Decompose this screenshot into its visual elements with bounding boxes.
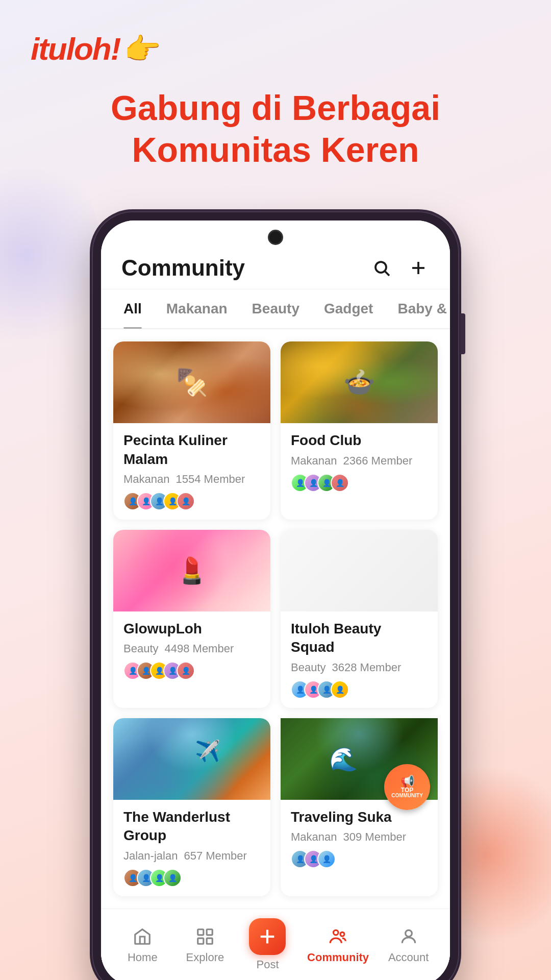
community-card-4[interactable]: Ituloh Beauty Squad Beauty 3628 Member 👤… [281, 530, 438, 708]
plus-icon [409, 259, 428, 277]
app-content: Community [101, 245, 450, 980]
top-community-badge: 📢 TOP COMMUNITY [384, 764, 430, 810]
avatar: 👤 [317, 850, 336, 868]
card-meta-6: Makanan 309 Member [291, 830, 428, 844]
member-count-1: 1554 Member [176, 473, 245, 486]
tab-baby[interactable]: Baby & Pare [385, 289, 450, 328]
avatar-group-3: 👤 👤 👤 👤 👤 [123, 662, 260, 680]
svg-point-10 [333, 930, 338, 935]
community-name-6: Traveling Suka [291, 808, 428, 826]
avatar-group-1: 👤 👤 👤 👤 👤 [123, 492, 260, 510]
card-body-1: Pecinta Kuliner Malam Makanan 1554 Membe… [113, 423, 270, 520]
card-image-food2 [281, 341, 438, 423]
avatar: 👤 [331, 680, 349, 699]
card-body-3: GlowupLoh Beauty 4498 Member 👤 👤 👤 👤 👤 [113, 611, 270, 689]
bottom-navigation: Home Explore [101, 909, 450, 980]
nav-community[interactable]: Community [307, 925, 369, 964]
explore-label: Explore [186, 951, 224, 964]
card-image-beauty1 [113, 530, 270, 611]
nav-explore[interactable]: Explore [182, 925, 228, 964]
community-card-3[interactable]: GlowupLoh Beauty 4498 Member 👤 👤 👤 👤 👤 [113, 530, 270, 708]
phone-notch [101, 220, 450, 245]
community-card-5[interactable]: The Wanderlust Group Jalan-jalan 657 Mem… [113, 718, 270, 896]
community-card-6[interactable]: 📢 TOP COMMUNITY Traveling Suka Makanan 3… [281, 718, 438, 896]
category-label-1: Makanan [123, 473, 170, 486]
community-card-2[interactable]: Food Club Makanan 2366 Member 👤 👤 👤 👤 [281, 341, 438, 520]
category-label-3: Beauty [123, 642, 159, 655]
card-meta-3: Beauty 4498 Member [123, 642, 260, 655]
tab-beauty[interactable]: Beauty [240, 289, 312, 328]
community-name-4: Ituloh Beauty Squad [291, 620, 428, 657]
avatar: 👤 [163, 869, 182, 887]
avatar-group-2: 👤 👤 👤 👤 [291, 474, 428, 492]
account-icon [397, 925, 420, 948]
account-label: Account [388, 951, 429, 964]
community-name-3: GlowupLoh [123, 620, 260, 638]
card-body-2: Food Club Makanan 2366 Member 👤 👤 👤 👤 [281, 423, 438, 501]
community-card-1[interactable]: Pecinta Kuliner Malam Makanan 1554 Membe… [113, 341, 270, 520]
svg-point-11 [340, 932, 344, 936]
post-label: Post [256, 958, 279, 971]
svg-point-0 [375, 262, 386, 273]
avatar-group-5: 👤 👤 👤 👤 [123, 869, 260, 887]
community-label: Community [307, 951, 369, 964]
card-body-5: The Wanderlust Group Jalan-jalan 657 Mem… [113, 800, 270, 896]
phone-mockup: Community [0, 211, 551, 980]
card-meta-2: Makanan 2366 Member [291, 454, 428, 468]
community-name-5: The Wanderlust Group [123, 808, 260, 845]
category-tabs: All Makanan Beauty Gadget Baby & Pare [101, 289, 450, 329]
member-count-4: 3628 Member [332, 661, 402, 674]
nav-account[interactable]: Account [386, 925, 432, 964]
front-camera [268, 230, 283, 245]
headline: Gabung di Berbagai Komunitas Keren [31, 87, 520, 170]
nav-post[interactable]: Post [244, 918, 290, 971]
member-count-6: 309 Member [343, 830, 407, 844]
app-header: Community [101, 245, 450, 289]
search-button[interactable] [370, 257, 393, 279]
tab-all[interactable]: All [111, 289, 154, 328]
svg-rect-6 [198, 938, 204, 944]
brand-logo: ituloh! 👉 [31, 31, 520, 67]
avatar-group-4: 👤 👤 👤 👤 [291, 680, 428, 699]
category-label-4: Beauty [291, 661, 326, 674]
header-actions [370, 257, 430, 279]
community-grid: Pecinta Kuliner Malam Makanan 1554 Membe… [101, 329, 450, 908]
brand-name: ituloh! [31, 31, 120, 67]
avatar: 👤 [331, 474, 349, 492]
screen-title: Community [121, 255, 245, 281]
explore-icon [194, 925, 216, 948]
pointing-hand-icon: 👉 [124, 32, 161, 66]
category-label-2: Makanan [291, 454, 337, 468]
svg-rect-4 [198, 929, 204, 935]
add-button[interactable] [407, 257, 430, 279]
category-label-5: Jalan-jalan [123, 849, 178, 863]
card-image-food1 [113, 341, 270, 423]
avatar-group-6: 👤 👤 👤 [291, 850, 428, 868]
home-icon [131, 925, 154, 948]
card-meta-5: Jalan-jalan 657 Member [123, 849, 260, 863]
avatar: 👤 [177, 662, 195, 680]
post-button[interactable] [249, 918, 286, 955]
card-meta-1: Makanan 1554 Member [123, 473, 260, 486]
community-name-2: Food Club [291, 431, 428, 450]
svg-rect-5 [207, 929, 212, 935]
card-body-6: Traveling Suka Makanan 309 Member 👤 👤 👤 [281, 800, 438, 877]
tab-makanan[interactable]: Makanan [154, 289, 240, 328]
card-image-beauty2 [281, 530, 438, 611]
member-count-3: 4498 Member [165, 642, 234, 655]
megaphone-icon: 📢 [400, 776, 414, 787]
svg-point-12 [405, 930, 412, 937]
home-label: Home [128, 951, 158, 964]
tab-gadget[interactable]: Gadget [312, 289, 385, 328]
card-meta-4: Beauty 3628 Member [291, 661, 428, 674]
avatar: 👤 [177, 492, 195, 510]
page-header: ituloh! 👉 Gabung di Berbagai Komunitas K… [0, 0, 551, 211]
phone-shell: Community [92, 211, 459, 980]
search-icon [372, 259, 391, 277]
svg-line-1 [385, 272, 389, 276]
phone-screen: Community [101, 220, 450, 980]
member-count-5: 657 Member [184, 849, 247, 863]
nav-home[interactable]: Home [119, 925, 165, 964]
member-count-2: 2366 Member [343, 454, 413, 468]
plus-post-icon [257, 926, 278, 947]
